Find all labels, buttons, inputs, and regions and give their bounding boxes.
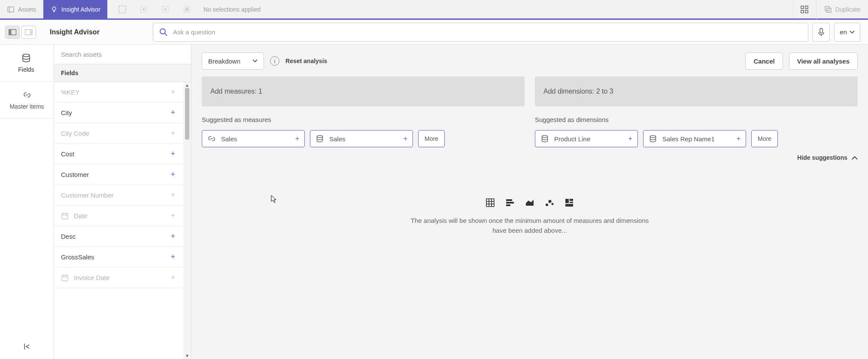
rail-collapse[interactable] xyxy=(0,334,54,359)
svg-point-2 xyxy=(52,7,56,10)
add-field-button[interactable]: + xyxy=(168,232,178,241)
add-field-button[interactable]: + xyxy=(168,273,178,282)
hide-suggestions-row[interactable]: Hide suggestions xyxy=(202,154,858,161)
field-label: Invoice Date xyxy=(74,274,109,281)
left-panel-toggle[interactable] xyxy=(5,26,20,39)
svg-rect-29 xyxy=(62,275,68,281)
field-item[interactable]: City Code+ xyxy=(54,123,191,144)
add-chip-button[interactable]: + xyxy=(628,135,632,143)
cancel-button[interactable]: Cancel xyxy=(745,52,783,70)
right-panel-toggle[interactable] xyxy=(21,26,36,39)
dimension-chip[interactable]: Product Line+ xyxy=(535,130,638,147)
svg-rect-41 xyxy=(506,199,512,201)
field-label: Desc xyxy=(61,233,76,240)
svg-rect-43 xyxy=(506,204,510,206)
dimension-chip-row: Product Line+Sales Rep Name1+More xyxy=(535,130,858,147)
page-title: Insight Advisor xyxy=(41,28,153,36)
scroll-up-arrow[interactable]: ▲ xyxy=(185,82,189,88)
content-area: Breakdown i Reset analysis Cancel View a… xyxy=(191,45,868,359)
table-icon xyxy=(486,198,495,207)
dimension-chip[interactable]: Sales Rep Name1+ xyxy=(643,130,746,147)
dimension-more-button[interactable]: More xyxy=(751,130,778,147)
database-icon xyxy=(316,134,324,143)
duplicate-button[interactable]: Duplicate xyxy=(816,6,868,13)
assets-search-input[interactable] xyxy=(61,51,184,58)
svg-rect-9 xyxy=(801,6,804,9)
svg-rect-13 xyxy=(825,6,829,11)
rail-fields[interactable]: Fields xyxy=(0,45,54,82)
add-field-button[interactable]: + xyxy=(168,211,178,220)
add-chip-button[interactable]: + xyxy=(295,135,299,143)
mic-button[interactable] xyxy=(813,23,830,42)
add-field-button[interactable]: + xyxy=(168,191,178,200)
field-item[interactable]: Customer+ xyxy=(54,164,191,185)
svg-rect-42 xyxy=(506,202,514,204)
collapse-icon xyxy=(23,343,31,350)
measures-slot[interactable]: Add measures: 1 xyxy=(202,76,525,106)
add-field-button[interactable]: + xyxy=(168,108,178,117)
chip-label: Sales xyxy=(329,135,398,143)
scroll-thumb[interactable] xyxy=(185,88,189,140)
svg-point-23 xyxy=(23,54,30,57)
field-item[interactable]: Cost+ xyxy=(54,144,191,164)
field-item[interactable]: Desc+ xyxy=(54,226,191,247)
insight-advisor-tab[interactable]: Insight Advisor xyxy=(43,0,107,18)
measure-chip[interactable]: Sales+ xyxy=(202,130,305,147)
top-right-tools: Duplicate xyxy=(793,0,868,18)
field-item[interactable]: City+ xyxy=(54,103,191,123)
rail-master-items[interactable]: Master items xyxy=(0,82,54,119)
measure-more-button[interactable]: More xyxy=(418,130,445,147)
field-item[interactable]: Invoice Date+ xyxy=(54,268,191,288)
info-icon[interactable]: i xyxy=(270,56,279,66)
selection-tool-icon[interactable] xyxy=(118,5,127,14)
svg-rect-5 xyxy=(162,6,168,12)
field-label: City Code xyxy=(61,130,89,137)
svg-rect-48 xyxy=(570,199,573,201)
field-item[interactable]: Customer Number+ xyxy=(54,185,191,206)
svg-rect-25 xyxy=(62,213,68,219)
dimensions-slot[interactable]: Add dimensions: 2 to 3 xyxy=(535,76,858,106)
measure-chip[interactable]: Sales+ xyxy=(310,130,413,147)
scatter-icon xyxy=(545,198,554,207)
field-label: Date xyxy=(74,212,88,219)
search-input[interactable] xyxy=(173,28,802,36)
language-select[interactable]: en xyxy=(834,23,860,42)
database-icon xyxy=(649,134,657,143)
selection-tools: No selections applied xyxy=(107,0,793,18)
field-item[interactable]: %KEY+ xyxy=(54,82,191,103)
assets-search[interactable] xyxy=(54,45,191,64)
add-field-button[interactable]: + xyxy=(168,88,178,97)
database-icon xyxy=(21,53,31,63)
view-all-analyses-button[interactable]: View all analyses xyxy=(789,52,858,70)
field-item[interactable]: Date+ xyxy=(54,206,191,226)
field-item[interactable]: GrossSales+ xyxy=(54,247,191,268)
step-forward-icon[interactable] xyxy=(161,5,170,14)
measure-chip-row: Sales+Sales+More xyxy=(202,130,525,147)
reset-analysis-button[interactable]: Reset analysis xyxy=(285,58,327,64)
grid-view-button[interactable] xyxy=(793,0,816,19)
svg-point-46 xyxy=(552,203,554,205)
analysis-type-label: Breakdown xyxy=(208,58,240,65)
no-selections-label: No selections applied xyxy=(203,6,261,13)
svg-point-34 xyxy=(542,136,548,138)
svg-rect-14 xyxy=(827,8,831,12)
svg-rect-50 xyxy=(565,204,573,207)
add-chip-button[interactable]: + xyxy=(404,135,407,143)
add-field-button[interactable]: + xyxy=(168,129,178,138)
clear-selections-icon[interactable] xyxy=(182,5,191,14)
add-field-button[interactable]: + xyxy=(168,170,178,179)
add-field-button[interactable]: + xyxy=(168,149,178,158)
svg-point-19 xyxy=(160,29,165,34)
search-box[interactable] xyxy=(153,23,808,42)
calendar-icon xyxy=(61,274,69,282)
field-label: Cost xyxy=(61,150,74,158)
add-chip-button[interactable]: + xyxy=(737,135,741,143)
scroll-down-arrow[interactable]: ▼ xyxy=(185,353,189,359)
analysis-type-dropdown[interactable]: Breakdown xyxy=(202,52,264,70)
panel-toggles xyxy=(0,26,41,39)
assets-tab[interactable]: Assets xyxy=(0,0,43,18)
step-back-icon[interactable] xyxy=(139,5,149,14)
add-field-button[interactable]: + xyxy=(168,253,178,262)
mic-icon xyxy=(818,28,825,37)
assets-scrollbar[interactable]: ▲ ▼ xyxy=(183,82,191,359)
